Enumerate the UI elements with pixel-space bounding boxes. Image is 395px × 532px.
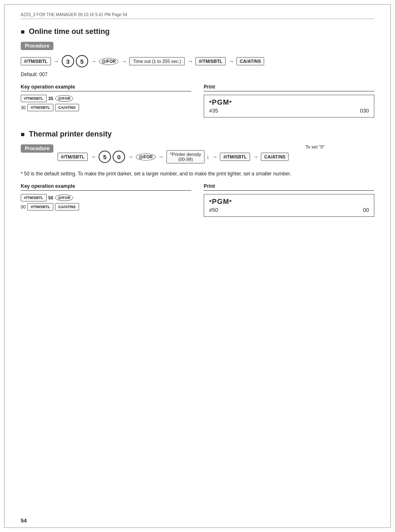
key-op-row-2a: #/TM/SBTL 50 @/FOR <box>21 194 191 201</box>
key-op-col-1: Key operation example #/TM/SBTL 35 @/FOR… <box>21 84 191 117</box>
arrow-1c: → <box>121 58 127 65</box>
density-box: *Printer density (00-99) <box>166 150 205 163</box>
val-num-1: 030 <box>360 108 369 114</box>
print-box-2: *PGM* #50 00 <box>204 194 374 217</box>
arrow-2e: → <box>253 153 258 160</box>
val-label-2: #50 <box>209 207 218 213</box>
header-text: A22S_3 FOR THE MANAGER 09.10.16 5:41 PM … <box>21 12 127 17</box>
circle-5: 5 <box>76 55 88 67</box>
print-header-1: Print <box>204 84 374 91</box>
pgm-bold: PGM <box>212 98 229 106</box>
arrow-2b: → <box>128 153 133 160</box>
print-col-1: Print *PGM* #35 030 <box>204 84 374 117</box>
arrow-1d: → <box>187 58 193 65</box>
to-set-label: To set "0" <box>58 144 325 149</box>
key-op-row-2b: 00 #/TM/SBTL CA/AT/NS <box>21 203 191 211</box>
print-col-2: Print *PGM* #50 00 <box>204 183 374 217</box>
key-op-row-1a: #/TM/SBTL 35 @/FOR <box>21 95 191 102</box>
arrow-1a: → <box>53 58 59 65</box>
kop-key2b: CA/AT/NS <box>55 104 79 111</box>
key-hbtl-2b: #/TM/SBTL <box>220 153 250 161</box>
circle-5b: 5 <box>99 151 111 163</box>
kop2-key1a: #/TM/SBTL <box>21 194 47 201</box>
footnote: * 50 is the default setting. To make the… <box>21 171 302 177</box>
pgm-line-1: *PGM* <box>209 98 369 107</box>
pgm2-star1: * <box>209 198 212 205</box>
pgm2-bold: PGM <box>212 198 229 206</box>
key-hbtl-2a: #/TM/SBTL <box>58 153 88 161</box>
kop2-num2: 00 <box>21 204 26 209</box>
val-line-2: #50 00 <box>209 207 369 213</box>
section2-container: Thermal printer density Procedure To set… <box>21 130 374 217</box>
example-section-1: Key operation example #/TM/SBTL 35 @/FOR… <box>21 84 374 117</box>
density-line2: (00-99) <box>170 157 201 162</box>
arrow-1b: → <box>91 58 96 65</box>
arrow-down: ↓ <box>206 153 209 160</box>
flow-row-2: #/TM/SBTL → 5 0 → @/FOR → *Printer densi… <box>58 150 374 163</box>
page-number: 54 <box>21 518 26 524</box>
procedure-badge-1: Procedure <box>21 42 53 50</box>
key-caat: CA/AT/NS <box>236 57 264 65</box>
pgm-star2: * <box>229 99 232 106</box>
key-hbtl-1: #/TM/SBTL <box>21 57 51 65</box>
kop-num1: 35 <box>48 96 53 101</box>
key-op-col-2: Key operation example #/TM/SBTL 50 @/FOR… <box>21 183 191 217</box>
kop2-key2b: CA/AT/NS <box>55 203 79 211</box>
section2-title: Thermal printer density <box>21 130 374 139</box>
arrow-2c: → <box>158 153 164 160</box>
circle-for2: @/FOR <box>136 153 156 161</box>
key-op-header-1: Key operation example <box>21 84 191 91</box>
example-section-2: Key operation example #/TM/SBTL 50 @/FOR… <box>21 183 374 217</box>
density-col: *Printer density (00-99) <box>166 150 205 163</box>
key-op-header-2: Key operation example <box>21 183 191 191</box>
pgm-star1: * <box>209 99 212 106</box>
desc-timeout: Time out (1 to 255 sec.) <box>129 57 185 65</box>
kop-key1a: #/TM/SBTL <box>21 95 47 102</box>
section1-container: Online time out setting Procedure #/TM/S… <box>21 27 374 117</box>
default-text-1: Default: 007 <box>21 72 374 77</box>
val-label-1: #35 <box>209 108 218 114</box>
header-bar: A22S_3 FOR THE MANAGER 09.10.16 5:41 PM … <box>21 12 374 19</box>
pgm-line-2: *PGM* <box>209 198 369 206</box>
circle-0: 0 <box>113 151 125 163</box>
flow-area-2: To set "0" #/TM/SBTL → 5 0 → @/FOR → *Pr… <box>58 144 374 167</box>
print-box-1: *PGM* #35 030 <box>204 95 374 117</box>
kop-key2a: #/TM/SBTL <box>27 104 53 111</box>
arrow-2d: → <box>212 153 217 160</box>
key-hbtl-2: #/TM/SBTL <box>195 57 226 65</box>
arrow-2a: → <box>90 153 96 160</box>
circle-for: @/FOR <box>99 58 119 65</box>
kop-for1: @/FOR <box>55 95 73 102</box>
arrow-1e: → <box>228 58 234 65</box>
pgm2-star2: * <box>229 198 232 205</box>
key-caat2: CA/AT/NS <box>261 153 289 161</box>
flow-row-1: #/TM/SBTL → 3 5 → @/FOR → Time out (1 to… <box>21 55 374 67</box>
kop-num2: 30 <box>21 105 26 110</box>
section1-title: Online time out setting <box>21 27 374 36</box>
kop2-key2a: #/TM/SBTL <box>27 203 53 211</box>
procedure-badge-2: Procedure <box>21 144 53 158</box>
key-op-row-1b: 30 #/TM/SBTL CA/AT/NS <box>21 104 191 111</box>
circle-3: 3 <box>62 55 74 67</box>
kop2-for1: @/FOR <box>55 194 73 201</box>
kop2-num1: 50 <box>48 195 53 200</box>
val-num-2: 00 <box>363 207 369 213</box>
val-line-1: #35 030 <box>209 108 369 114</box>
density-line1: *Printer density <box>170 152 201 157</box>
print-header-2: Print <box>204 183 374 191</box>
